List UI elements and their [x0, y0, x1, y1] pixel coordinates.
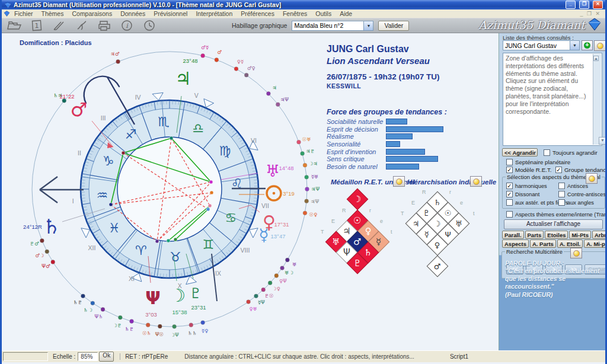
asteroid-dot[interactable] [172, 324, 177, 328]
parall--button[interactable]: Parall. [502, 231, 524, 239]
ret-cell-☽[interactable]: ☽ [427, 213, 449, 235]
medaillon-universel-help-button[interactable] [393, 176, 405, 187]
asteroid-dot[interactable] [280, 266, 285, 270]
asteroid-dot[interactable] [201, 53, 205, 58]
planet-pluto[interactable]: ♇ [189, 285, 202, 302]
valider-button[interactable]: Valider [378, 21, 409, 31]
asteroid-dot[interactable] [146, 323, 150, 327]
ret-cell-♄[interactable]: ♄ [427, 191, 449, 213]
ret-cell-♂[interactable]: ♂ [347, 231, 369, 253]
checkbox-icon[interactable]: ✓ [555, 167, 562, 173]
zodiac-sign-♎[interactable]: ♎ [192, 121, 204, 136]
ret-cell-♇[interactable]: ♇ [416, 202, 438, 224]
ret-cell-Ψ[interactable]: Ψ [336, 242, 358, 264]
zodiac-sign-♐[interactable]: ♐ [125, 127, 137, 142]
planet-mercury[interactable]: ☿ [258, 225, 269, 245]
ret-cell-♀[interactable]: ♀ [427, 234, 449, 256]
ret-cell-☿[interactable]: ☿ [368, 231, 390, 253]
septenaire-checkbox[interactable]: Septénaire planétaire [506, 159, 570, 165]
groupe-tendances-checkbox[interactable]: ✓ Groupe tendances [555, 167, 607, 173]
a--parts-button[interactable]: A. Parts [530, 240, 556, 248]
brush-icon[interactable] [73, 19, 91, 32]
habillage-select[interactable]: Mandala Bleu n°2 ▼ [292, 21, 373, 31]
planet-jupiter[interactable]: ♃ [175, 68, 191, 89]
add-theme-button[interactable]: + [582, 40, 593, 50]
planet-uranus[interactable]: ♅ [265, 161, 280, 181]
asteroid-dot[interactable] [244, 73, 248, 77]
aspect-checkbox-dissonant[interactable]: ✓Dissonant [506, 191, 539, 197]
zodiac-sign-♍[interactable]: ♍ [219, 143, 231, 158]
aspect-checkbox-antisces[interactable]: Antisces [558, 183, 588, 189]
ret-cell-♅[interactable]: ♅ [448, 213, 470, 235]
menu-item-aide[interactable]: Aide [336, 10, 356, 17]
asteroid-dot[interactable] [266, 91, 270, 95]
asteroid-dot[interactable] [130, 320, 134, 324]
checkbox-icon[interactable] [558, 183, 565, 189]
checkbox-icon[interactable]: ✓ [506, 183, 513, 189]
interpretation-textarea[interactable]: Zone d'affichage des interprétations des… [503, 53, 602, 146]
asteroid-dot[interactable] [101, 308, 105, 312]
checkbox-icon[interactable] [558, 199, 565, 206]
mi-pts-button[interactable]: Mi-Pts [569, 231, 591, 239]
themes-help-button[interactable] [594, 40, 606, 51]
clock-icon[interactable] [140, 19, 158, 32]
asteroid-dot[interactable] [268, 281, 272, 285]
menu-item-outils[interactable]: Outils [311, 10, 336, 17]
menu-item-thèmes[interactable]: Thèmes [37, 10, 68, 17]
asteroid-dot[interactable] [261, 288, 266, 292]
planet-mars[interactable]: ♂ [71, 98, 88, 121]
aspects-button[interactable]: Aspects [502, 240, 529, 248]
asteroid-dot[interactable] [45, 250, 49, 254]
asteroid-dot[interactable] [118, 315, 122, 320]
asteroid-dot[interactable] [116, 59, 120, 63]
close-button[interactable]: ✕ [593, 1, 603, 9]
ret-cell-☉[interactable]: ☉ [347, 210, 369, 232]
a--mi-pts-button[interactable]: A. Mi-pts [584, 240, 607, 248]
asteroid-dot[interactable] [276, 103, 280, 107]
themes-select[interactable]: JUNG Carl Gustav ▼ [503, 40, 580, 50]
print-icon[interactable] [95, 19, 113, 32]
open-folder-icon[interactable] [5, 19, 23, 32]
ret-cell-♃[interactable]: ♃ [336, 221, 358, 242]
asteroid-dot[interactable] [305, 199, 309, 203]
planet-neptune[interactable]: Ψ [145, 288, 161, 308]
menu-item-prévisionnel[interactable]: Prévisionnel [149, 10, 191, 17]
asteroid-dot[interactable] [51, 260, 55, 264]
ret-cell-Ψ[interactable]: Ψ [437, 223, 459, 245]
zodiac-sign-♊[interactable]: ♊ [203, 237, 215, 252]
info-icon[interactable]: i [118, 19, 136, 32]
modele-ret-checkbox[interactable]: ✓ Modèle R.E.T. [506, 167, 552, 173]
scroll-down-icon[interactable]: ▼ [599, 137, 606, 145]
checkbox-icon[interactable]: ✓ [506, 167, 513, 173]
ret-cell-☉[interactable]: ☉ [437, 202, 459, 224]
zodiac-sign-♉[interactable]: ♉ [170, 250, 181, 264]
natal-chart-wheel[interactable]: ♌♍♎♏♐♑♒♓♈♉♊♋IIIIIIIVVVIVIIVIIIIXXXIXII♃♂… [3, 33, 320, 350]
scroll-up-icon[interactable]: ▲ [593, 56, 599, 61]
asteroid-dot[interactable] [81, 294, 85, 298]
asteroid-dot[interactable] [158, 324, 162, 328]
etoiles-button[interactable]: Etoiles [545, 231, 568, 239]
a--etoil--button[interactable]: A. Etoil. [557, 240, 583, 248]
menu-item-fenêtres[interactable]: Fenêtres [279, 10, 311, 17]
asteroid-dot[interactable] [40, 239, 44, 243]
parts-button[interactable]: Parts [525, 231, 544, 239]
echelle-value[interactable]: 85% [78, 352, 98, 361]
asteroid-dot[interactable] [254, 294, 258, 298]
menu-item-préférences[interactable]: Préférences [237, 10, 279, 17]
actualiser-button[interactable]: Actualiser l'affichage [504, 219, 603, 229]
ret-cell-♃[interactable]: ♃ [405, 213, 427, 235]
asteroid-dot[interactable] [215, 58, 219, 62]
asteroid-dot[interactable] [303, 163, 307, 167]
new-document-icon[interactable]: 1 [28, 19, 46, 32]
checkbox-icon[interactable] [506, 211, 513, 218]
ret-cell-♄[interactable]: ♄ [357, 242, 379, 264]
zodiac-sign-♈[interactable]: ♈ [135, 243, 147, 258]
zodiac-sign-♋[interactable]: ♋ [225, 210, 237, 225]
chevron-down-icon[interactable]: ▼ [570, 41, 579, 50]
ret-cell-♅[interactable]: ♅ [325, 231, 347, 253]
aspect-checkbox-harmoniques[interactable]: ✓harmoniques [506, 183, 547, 189]
transits-checkbox[interactable]: Aspects thèmes externe/interne (Transits… [506, 211, 607, 218]
planet-moon[interactable]: ☽ [170, 285, 186, 306]
menu-item-comparaisons[interactable]: Comparaisons [68, 10, 116, 17]
chevron-down-icon[interactable]: ▼ [363, 21, 373, 30]
